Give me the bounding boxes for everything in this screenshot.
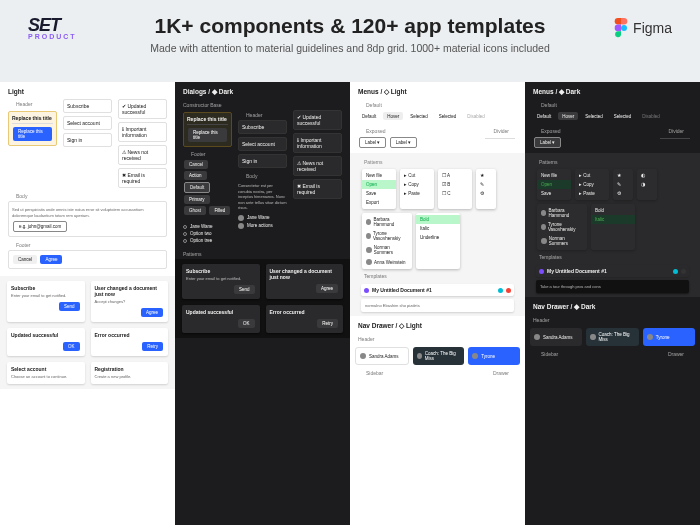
toolbar-btn[interactable] xyxy=(506,288,511,293)
list-label[interactable]: More actions xyxy=(247,223,273,228)
radio-icon[interactable] xyxy=(183,239,187,243)
nav-card[interactable]: Coach: The Big Miss xyxy=(586,328,638,346)
cancel-btn[interactable]: Cancel xyxy=(184,160,208,169)
chip[interactable]: Default xyxy=(184,182,210,193)
dropdown-item[interactable]: Italic xyxy=(591,215,635,224)
card-title: User changed a document just now xyxy=(270,268,340,280)
nav-card[interactable]: Coach: The Big Miss xyxy=(413,347,465,365)
menu-bar: Default Hover Selected Selected Disabled xyxy=(533,110,692,122)
dropdown-item[interactable]: ✎ xyxy=(613,180,633,189)
dropdown-item[interactable]: Bold xyxy=(416,215,460,224)
radio-icon[interactable] xyxy=(183,232,187,236)
dropdown-item[interactable]: Italic xyxy=(416,224,460,233)
avatar-menu[interactable]: Barbara Hammond Tyrone Vasovhenskiy Norm… xyxy=(362,213,412,269)
menu-item[interactable]: Default xyxy=(533,112,555,120)
dropdown-item[interactable]: ☐ A xyxy=(438,171,472,180)
dropdown-item[interactable]: ★ xyxy=(613,171,633,180)
dropdown-menu[interactable]: Bold Italic xyxy=(591,204,635,250)
radio-icon[interactable] xyxy=(183,225,187,229)
footer-label: Footer xyxy=(183,149,232,159)
menu-item[interactable]: Selected xyxy=(435,112,461,120)
dropdown-item[interactable]: ▸ Copy xyxy=(575,180,609,189)
dropdown-item[interactable]: Save xyxy=(537,189,571,198)
dropdown-item[interactable]: ⚙ xyxy=(613,189,633,198)
dropdown-item[interactable]: Open xyxy=(537,180,571,189)
dropdown-item[interactable]: ☐ C xyxy=(438,189,472,198)
card-action[interactable]: Retry xyxy=(142,342,163,351)
replace-chip[interactable]: Replace this title xyxy=(13,127,52,141)
dropdown-item[interactable]: ▸ Paste xyxy=(400,189,434,198)
dropdown-item[interactable]: ◑ xyxy=(637,180,657,189)
dropdown-menu[interactable]: ◐ ◑ xyxy=(637,169,657,200)
app-icon[interactable] xyxy=(539,269,544,274)
avatar-menu[interactable]: Barbara Hammond Tyrone Vasovhenskiy Norm… xyxy=(537,204,587,250)
dropdown-item[interactable]: ◐ xyxy=(637,171,657,180)
action-btn[interactable]: Action xyxy=(184,171,207,180)
patterns-label: Patterns xyxy=(175,249,350,259)
dropdown-menu[interactable]: ▸ Cut ▸ Copy ▸ Paste xyxy=(575,169,609,200)
nav-card[interactable]: Tyrone xyxy=(643,328,695,346)
dropdown-menu[interactable]: ▸ Cut ▸ Copy ▸ Paste xyxy=(400,169,434,209)
nav-card[interactable]: Tyrone xyxy=(468,347,520,365)
menu-item[interactable]: Hover xyxy=(383,112,403,120)
exposed-chip[interactable]: Label ▾ xyxy=(359,137,386,148)
nav-card[interactable]: Sandra Adams xyxy=(355,347,409,365)
dropdown-menu[interactable]: New file Open Save xyxy=(537,169,571,200)
avatar-icon xyxy=(541,238,547,244)
dropdown-item[interactable]: ▸ Cut xyxy=(400,171,434,180)
email-input[interactable]: e.g. john@gmail.com xyxy=(13,221,67,232)
menu-item[interactable]: Hover xyxy=(558,112,578,120)
card-action[interactable]: Agree xyxy=(316,284,338,293)
dropdown-item[interactable]: Save xyxy=(362,189,396,198)
dropdown-item[interactable]: Underline xyxy=(416,233,460,242)
chip[interactable]: Primary xyxy=(184,195,210,204)
dropdown-item[interactable]: ▸ Paste xyxy=(575,189,609,198)
dropdown-item[interactable]: New file xyxy=(537,171,571,180)
dropdown-item[interactable]: Bold xyxy=(591,206,635,215)
subscribe-label: Subscribe xyxy=(242,124,264,130)
app-icon[interactable] xyxy=(364,288,369,293)
dropdown-item[interactable]: ▸ Cut xyxy=(575,171,609,180)
dropdown-menu[interactable]: ★ ✎ ⚙ xyxy=(476,169,496,209)
agree-btn[interactable]: Agree xyxy=(40,255,62,264)
card-action[interactable]: Send xyxy=(59,302,80,311)
menu-item[interactable]: Selected xyxy=(610,112,636,120)
dropdown-item[interactable]: Open xyxy=(362,180,396,189)
card-action[interactable]: OK xyxy=(63,342,80,351)
dropdown-menu[interactable]: ☐ A ☑ B ☐ C xyxy=(438,169,472,209)
tour-popup: Take a tour through pros and cons xyxy=(536,280,689,293)
chip[interactable]: Filled xyxy=(209,206,230,215)
pattern-card: Error occurred Retry xyxy=(266,305,344,333)
pattern-card: Registration Create a new profile. xyxy=(91,362,169,383)
cancel-btn[interactable]: Cancel xyxy=(13,255,37,264)
dropdown-menu[interactable]: New file Open Save Export xyxy=(362,169,396,209)
dropdown-item[interactable]: Export xyxy=(362,198,396,207)
exposed-chip[interactable]: Label ▾ xyxy=(390,137,417,148)
menu-item[interactable]: Selected xyxy=(581,112,607,120)
nav-header-strip: Sandra Adams Coach: The Big Miss Tyrone xyxy=(525,325,700,349)
dropdown-menu[interactable]: Bold Italic Underline xyxy=(416,213,460,269)
menu-item[interactable]: Selected xyxy=(406,112,432,120)
card-action[interactable]: Send xyxy=(234,285,255,294)
toolbar-btn[interactable] xyxy=(498,288,503,293)
card-action[interactable]: OK xyxy=(238,319,255,328)
chip[interactable]: Ghost xyxy=(184,206,206,215)
card-action[interactable]: Agree xyxy=(141,308,163,317)
figma-icon xyxy=(614,18,628,38)
menus-dark-title: Menus / ◆ Dark xyxy=(525,82,700,100)
dropdown-item[interactable]: New file xyxy=(362,171,396,180)
dropdown-menu[interactable]: ★ ✎ ⚙ xyxy=(613,169,633,200)
dropdown-item[interactable]: ▸ Copy xyxy=(400,180,434,189)
dropdown-item[interactable]: ✎ xyxy=(476,180,496,189)
nav-light-title: Nav Drawer / ◇ Light xyxy=(350,316,525,334)
dropdown-item[interactable]: ⚙ xyxy=(476,189,496,198)
toolbar-btn[interactable] xyxy=(681,269,686,274)
nav-card[interactable]: Sandra Adams xyxy=(530,328,582,346)
menu-item[interactable]: Default xyxy=(358,112,380,120)
exposed-chip[interactable]: Label ▾ xyxy=(534,137,561,148)
card-action[interactable]: Retry xyxy=(317,319,338,328)
toolbar-btn[interactable] xyxy=(673,269,678,274)
replace-chip[interactable]: Replace this title xyxy=(188,128,227,142)
dropdown-item[interactable]: ☑ B xyxy=(438,180,472,189)
dropdown-item[interactable]: ★ xyxy=(476,171,496,180)
